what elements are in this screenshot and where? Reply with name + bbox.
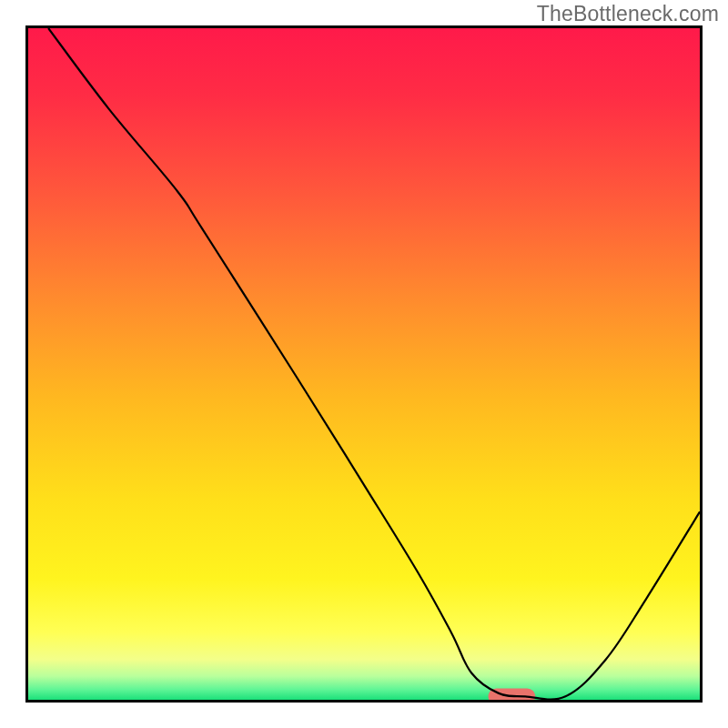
chart-svg — [28, 28, 700, 700]
chart-container: TheBottleneck.com — [0, 0, 728, 728]
markers-layer — [489, 688, 536, 700]
watermark-text: TheBottleneck.com — [537, 2, 719, 26]
plot-frame — [25, 25, 703, 703]
gradient-background-rect — [28, 28, 700, 700]
minimum-pill — [489, 688, 536, 700]
